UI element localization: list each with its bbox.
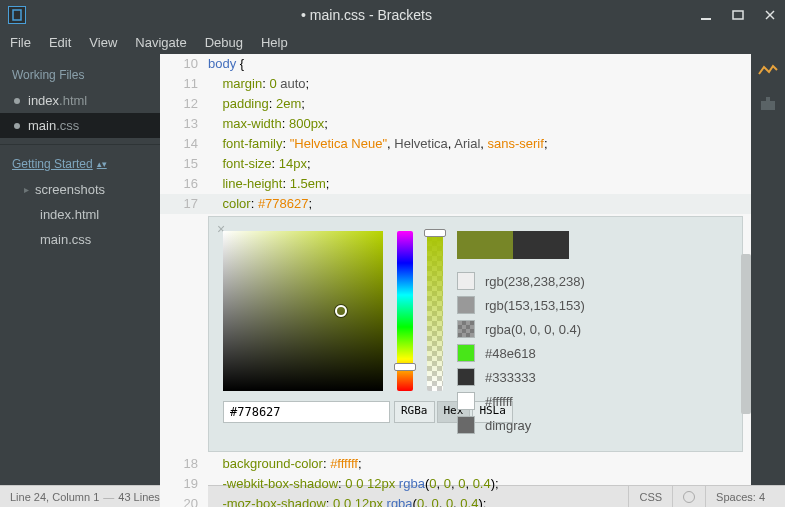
working-file[interactable]: index.html: [0, 88, 160, 113]
current-previous-swatch: [457, 231, 728, 259]
alpha-thumb[interactable]: [424, 229, 446, 237]
menu-debug[interactable]: Debug: [205, 35, 243, 50]
hue-slider[interactable]: [397, 231, 413, 391]
svg-rect-5: [761, 101, 775, 110]
color-value-input[interactable]: [223, 401, 390, 423]
code-line[interactable]: 14 font-family: "Helvetica Neue", Helvet…: [160, 134, 751, 154]
swatch-chip: [457, 296, 475, 314]
svg-rect-0: [13, 10, 21, 20]
working-files-heading: Working Files: [0, 62, 160, 88]
code-line[interactable]: 12 padding: 2em;: [160, 94, 751, 114]
swatch-row[interactable]: dimgray: [457, 413, 728, 437]
swatch-row[interactable]: #333333: [457, 365, 728, 389]
menubar: File Edit View Navigate Debug Help: [0, 30, 785, 54]
menu-view[interactable]: View: [89, 35, 117, 50]
swatch-label: rgb(238,238,238): [485, 274, 585, 289]
code-line[interactable]: 19 -webkit-box-shadow: 0 0 12px rgba(0, …: [160, 474, 751, 494]
menu-help[interactable]: Help: [261, 35, 288, 50]
sidebar: Working Files index.htmlmain.css Getting…: [0, 54, 160, 485]
menu-navigate[interactable]: Navigate: [135, 35, 186, 50]
swatch-label: dimgray: [485, 418, 531, 433]
code-line[interactable]: 11 margin: 0 auto;: [160, 74, 751, 94]
editor[interactable]: 10body {11 margin: 0 auto;12 padding: 2e…: [160, 54, 751, 485]
dirty-dot-icon: [14, 123, 20, 129]
swatch-label: rgba(0, 0, 0, 0.4): [485, 322, 581, 337]
scrollbar[interactable]: [741, 254, 751, 414]
menu-edit[interactable]: Edit: [49, 35, 71, 50]
svg-rect-6: [766, 97, 770, 101]
app-icon: [8, 6, 26, 24]
swatch-label: #48e618: [485, 346, 536, 361]
right-toolbar: [751, 54, 785, 485]
swatch-chip: [457, 368, 475, 386]
swatch-label: #333333: [485, 370, 536, 385]
maximize-button[interactable]: [731, 8, 745, 22]
color-picker: × RGBaHexHSLa rgb(238,238,238)rgb(153,15…: [208, 216, 743, 452]
swatch-chip: [457, 320, 475, 338]
menu-file[interactable]: File: [10, 35, 31, 50]
chevron-updown-icon: ▴▾: [97, 159, 107, 169]
swatch-label: #ffffff: [485, 394, 513, 409]
live-preview-button[interactable]: [757, 62, 779, 80]
swatch-chip: [457, 272, 475, 290]
line-count: 43 Lines: [118, 491, 160, 503]
swatch-chip: [457, 416, 475, 434]
file-item[interactable]: main.css: [0, 227, 160, 252]
folder-item[interactable]: ▸screenshots: [0, 177, 160, 202]
code-line[interactable]: 17 color: #778627;: [160, 194, 751, 214]
code-line[interactable]: 20 -moz-box-shadow: 0 0 12px rgba(0, 0, …: [160, 494, 751, 507]
swatch-row[interactable]: #ffffff: [457, 389, 728, 413]
code-line[interactable]: 13 max-width: 800px;: [160, 114, 751, 134]
window-title: • main.css - Brackets: [34, 7, 699, 23]
format-rgba-button[interactable]: RGBa: [394, 401, 435, 423]
cursor-position: Line 24, Column 1: [10, 491, 99, 503]
minimize-button[interactable]: [699, 8, 713, 22]
alpha-slider[interactable]: [427, 231, 443, 391]
titlebar: • main.css - Brackets: [0, 0, 785, 30]
extensions-button[interactable]: [757, 94, 779, 112]
code-line[interactable]: 16 line-height: 1.5em;: [160, 174, 751, 194]
hue-thumb[interactable]: [394, 363, 416, 371]
code-line[interactable]: 15 font-size: 14px;: [160, 154, 751, 174]
close-button[interactable]: [763, 8, 777, 22]
svg-rect-2: [733, 11, 743, 19]
swatch-row[interactable]: rgb(153,153,153): [457, 293, 728, 317]
swatch-label: rgb(153,153,153): [485, 298, 585, 313]
swatch-row[interactable]: rgb(238,238,238): [457, 269, 728, 293]
saturation-value-field[interactable]: [223, 231, 383, 391]
sv-cursor[interactable]: [335, 305, 347, 317]
code-line[interactable]: 18 background-color: #ffffff;: [160, 454, 751, 474]
code-line[interactable]: 10body {: [160, 54, 751, 74]
working-file[interactable]: main.css: [0, 113, 160, 138]
swatch-row[interactable]: rgba(0, 0, 0, 0.4): [457, 317, 728, 341]
dirty-dot-icon: [14, 98, 20, 104]
project-heading[interactable]: Getting Started▴▾: [0, 151, 160, 177]
chevron-right-icon: ▸: [24, 184, 29, 195]
swatch-chip: [457, 392, 475, 410]
swatch-row[interactable]: #48e618: [457, 341, 728, 365]
file-item[interactable]: index.html: [0, 202, 160, 227]
swatch-chip: [457, 344, 475, 362]
